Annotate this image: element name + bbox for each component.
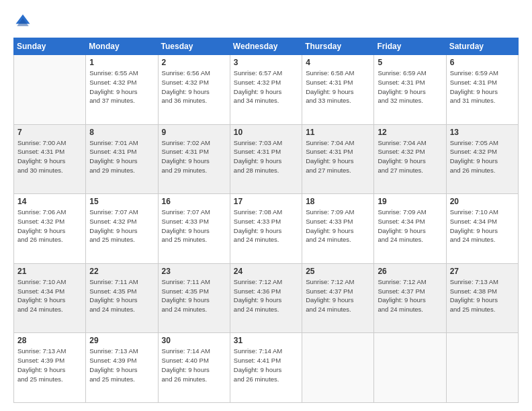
- day-info: Sunrise: 6:58 AMSunset: 4:31 PMDaylight:…: [306, 68, 370, 105]
- calendar-cell: 22Sunrise: 7:11 AMSunset: 4:35 PMDayligh…: [86, 263, 158, 333]
- calendar-cell: 28Sunrise: 7:13 AMSunset: 4:39 PMDayligh…: [14, 333, 86, 403]
- day-number: 2: [162, 58, 226, 67]
- calendar-cell: 6Sunrise: 6:59 AMSunset: 4:31 PMDaylight…: [446, 55, 518, 125]
- day-number: 6: [450, 58, 515, 67]
- calendar-cell: 14Sunrise: 7:06 AMSunset: 4:32 PMDayligh…: [14, 194, 86, 264]
- day-info: Sunrise: 7:01 AMSunset: 4:31 PMDaylight:…: [89, 138, 154, 175]
- weekday-header-thursday: Thursday: [302, 38, 374, 55]
- day-info: Sunrise: 7:08 AMSunset: 4:33 PMDaylight:…: [234, 208, 298, 244]
- day-info: Sunrise: 7:12 AMSunset: 4:37 PMDaylight:…: [306, 277, 370, 314]
- day-number: 12: [378, 128, 442, 137]
- day-number: 22: [89, 267, 154, 276]
- day-number: 13: [450, 128, 515, 137]
- calendar-cell: 11Sunrise: 7:04 AMSunset: 4:31 PMDayligh…: [302, 124, 374, 194]
- calendar-cell: [374, 333, 446, 403]
- header: [13, 12, 519, 31]
- day-info: Sunrise: 7:07 AMSunset: 4:33 PMDaylight:…: [162, 208, 226, 244]
- weekday-header-saturday: Saturday: [446, 38, 518, 55]
- calendar-cell: 9Sunrise: 7:02 AMSunset: 4:31 PMDaylight…: [158, 124, 230, 194]
- day-info: Sunrise: 7:12 AMSunset: 4:36 PMDaylight:…: [234, 277, 298, 314]
- day-info: Sunrise: 7:09 AMSunset: 4:33 PMDaylight:…: [306, 208, 370, 244]
- calendar-cell: 24Sunrise: 7:12 AMSunset: 4:36 PMDayligh…: [230, 263, 302, 333]
- day-info: Sunrise: 7:13 AMSunset: 4:39 PMDaylight:…: [89, 347, 154, 383]
- calendar-cell: 21Sunrise: 7:10 AMSunset: 4:34 PMDayligh…: [14, 263, 86, 333]
- day-number: 18: [306, 197, 370, 206]
- day-info: Sunrise: 7:07 AMSunset: 4:32 PMDaylight:…: [89, 208, 154, 244]
- day-number: 19: [378, 197, 442, 206]
- day-number: 28: [17, 336, 82, 345]
- day-info: Sunrise: 7:12 AMSunset: 4:37 PMDaylight:…: [378, 277, 442, 314]
- weekday-header-friday: Friday: [374, 38, 446, 55]
- day-info: Sunrise: 6:56 AMSunset: 4:32 PMDaylight:…: [162, 68, 226, 105]
- calendar-cell: [302, 333, 374, 403]
- weekday-header-wednesday: Wednesday: [230, 38, 302, 55]
- day-info: Sunrise: 7:13 AMSunset: 4:38 PMDaylight:…: [450, 277, 515, 314]
- day-number: 5: [378, 58, 442, 67]
- calendar-cell: 3Sunrise: 6:57 AMSunset: 4:32 PMDaylight…: [230, 55, 302, 125]
- day-number: 4: [306, 58, 370, 67]
- calendar-week-row: 14Sunrise: 7:06 AMSunset: 4:32 PMDayligh…: [14, 194, 519, 264]
- day-number: 24: [234, 267, 298, 276]
- day-number: 10: [234, 128, 298, 137]
- calendar-cell: 19Sunrise: 7:09 AMSunset: 4:34 PMDayligh…: [374, 194, 446, 264]
- logo: [13, 12, 35, 31]
- calendar-cell: 18Sunrise: 7:09 AMSunset: 4:33 PMDayligh…: [302, 194, 374, 264]
- day-info: Sunrise: 7:04 AMSunset: 4:32 PMDaylight:…: [378, 138, 442, 175]
- calendar-cell: 29Sunrise: 7:13 AMSunset: 4:39 PMDayligh…: [86, 333, 158, 403]
- calendar-cell: 8Sunrise: 7:01 AMSunset: 4:31 PMDaylight…: [86, 124, 158, 194]
- day-info: Sunrise: 7:04 AMSunset: 4:31 PMDaylight:…: [306, 138, 370, 175]
- calendar-cell: 2Sunrise: 6:56 AMSunset: 4:32 PMDaylight…: [158, 55, 230, 125]
- calendar-cell: 7Sunrise: 7:00 AMSunset: 4:31 PMDaylight…: [14, 124, 86, 194]
- day-number: 7: [17, 128, 82, 137]
- day-info: Sunrise: 6:55 AMSunset: 4:32 PMDaylight:…: [89, 68, 154, 105]
- calendar-cell: 30Sunrise: 7:14 AMSunset: 4:40 PMDayligh…: [158, 333, 230, 403]
- calendar-cell: 27Sunrise: 7:13 AMSunset: 4:38 PMDayligh…: [446, 263, 518, 333]
- day-info: Sunrise: 7:14 AMSunset: 4:40 PMDaylight:…: [162, 347, 226, 383]
- day-info: Sunrise: 7:06 AMSunset: 4:32 PMDaylight:…: [17, 208, 82, 244]
- logo-icon: [13, 12, 32, 31]
- day-info: Sunrise: 7:13 AMSunset: 4:39 PMDaylight:…: [17, 347, 82, 383]
- day-number: 29: [89, 336, 154, 345]
- day-number: 21: [17, 267, 82, 276]
- day-info: Sunrise: 7:11 AMSunset: 4:35 PMDaylight:…: [89, 277, 154, 314]
- calendar-cell: 17Sunrise: 7:08 AMSunset: 4:33 PMDayligh…: [230, 194, 302, 264]
- calendar-week-row: 28Sunrise: 7:13 AMSunset: 4:39 PMDayligh…: [14, 333, 519, 403]
- day-info: Sunrise: 6:59 AMSunset: 4:31 PMDaylight:…: [450, 68, 515, 105]
- day-info: Sunrise: 7:14 AMSunset: 4:41 PMDaylight:…: [234, 347, 298, 383]
- day-number: 26: [378, 267, 442, 276]
- calendar-cell: 5Sunrise: 6:59 AMSunset: 4:31 PMDaylight…: [374, 55, 446, 125]
- day-info: Sunrise: 7:03 AMSunset: 4:31 PMDaylight:…: [234, 138, 298, 175]
- weekday-header-row: SundayMondayTuesdayWednesdayThursdayFrid…: [14, 38, 519, 55]
- weekday-header-monday: Monday: [86, 38, 158, 55]
- day-info: Sunrise: 6:57 AMSunset: 4:32 PMDaylight:…: [234, 68, 298, 105]
- day-number: 25: [306, 267, 370, 276]
- day-number: 20: [450, 197, 515, 206]
- calendar-cell: 20Sunrise: 7:10 AMSunset: 4:34 PMDayligh…: [446, 194, 518, 264]
- calendar-cell: 13Sunrise: 7:05 AMSunset: 4:32 PMDayligh…: [446, 124, 518, 194]
- day-info: Sunrise: 7:00 AMSunset: 4:31 PMDaylight:…: [17, 138, 82, 175]
- calendar-table: SundayMondayTuesdayWednesdayThursdayFrid…: [13, 38, 519, 403]
- day-number: 31: [234, 336, 298, 345]
- day-number: 11: [306, 128, 370, 137]
- calendar-week-row: 7Sunrise: 7:00 AMSunset: 4:31 PMDaylight…: [14, 124, 519, 194]
- calendar-cell: [446, 333, 518, 403]
- calendar-cell: 16Sunrise: 7:07 AMSunset: 4:33 PMDayligh…: [158, 194, 230, 264]
- day-number: 30: [162, 336, 226, 345]
- weekday-header-sunday: Sunday: [14, 38, 86, 55]
- calendar-cell: 25Sunrise: 7:12 AMSunset: 4:37 PMDayligh…: [302, 263, 374, 333]
- day-info: Sunrise: 7:10 AMSunset: 4:34 PMDaylight:…: [450, 208, 515, 244]
- calendar-cell: 26Sunrise: 7:12 AMSunset: 4:37 PMDayligh…: [374, 263, 446, 333]
- day-number: 16: [162, 197, 226, 206]
- calendar-cell: 1Sunrise: 6:55 AMSunset: 4:32 PMDaylight…: [86, 55, 158, 125]
- calendar-week-row: 21Sunrise: 7:10 AMSunset: 4:34 PMDayligh…: [14, 263, 519, 333]
- day-number: 23: [162, 267, 226, 276]
- day-info: Sunrise: 7:02 AMSunset: 4:31 PMDaylight:…: [162, 138, 226, 175]
- day-info: Sunrise: 7:09 AMSunset: 4:34 PMDaylight:…: [378, 208, 442, 244]
- day-number: 3: [234, 58, 298, 67]
- calendar-cell: [14, 55, 86, 125]
- page: SundayMondayTuesdayWednesdayThursdayFrid…: [0, 0, 532, 411]
- day-number: 1: [89, 58, 154, 67]
- day-number: 14: [17, 197, 82, 206]
- calendar-cell: 23Sunrise: 7:11 AMSunset: 4:35 PMDayligh…: [158, 263, 230, 333]
- calendar-cell: 4Sunrise: 6:58 AMSunset: 4:31 PMDaylight…: [302, 55, 374, 125]
